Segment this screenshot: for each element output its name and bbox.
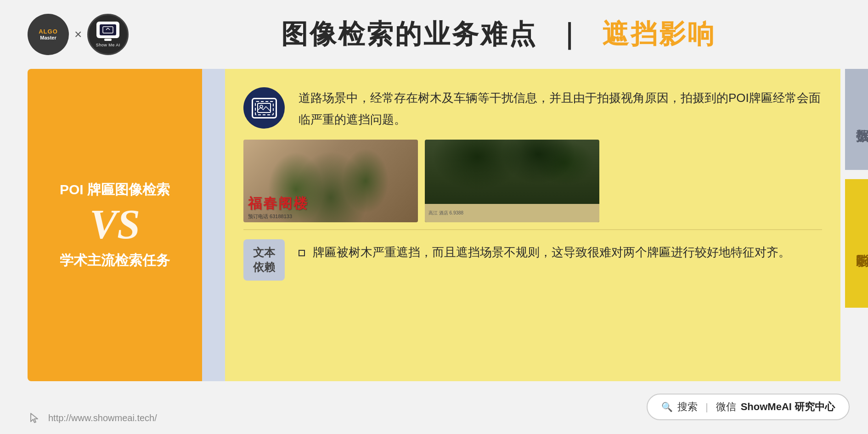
center-divider [202,69,225,381]
poi-image-2: 高江 酒店 6.9388 [425,140,599,222]
header: ALGO Master × Show Me AI [28,14,840,55]
right-panel: 道路场景中，经常存在树木及车辆等干扰信息，并且由于拍摄视角原因，拍摄到的POI牌… [225,69,840,381]
image-search-icon [252,98,277,118]
section-divider [243,229,822,230]
showme-ai-logo: Show Me AI [87,14,129,55]
search-prefix: 搜索 [677,400,698,414]
search-label: 微信 [716,400,736,414]
bottom-description: 牌匾被树木严重遮挡，而且遮挡场景不规则，这导致很难对两个牌匾进行较好地特征对齐。 [299,239,822,263]
title-highlight: 遮挡影响 [602,19,716,49]
icon-container [243,87,285,129]
footer: http://www.showmeai.tech/ [28,411,157,425]
page-container: ALGO Master × Show Me AI [0,0,868,434]
bullet-icon [299,250,305,256]
logos: ALGO Master × Show Me AI [28,14,129,55]
bottom-text-content: 牌匾被树木严重遮挡，而且遮挡场景不规则，这导致很难对两个牌匾进行较好地特征对齐。 [313,245,790,259]
monitor-icon [102,26,113,34]
showme-monitor [96,22,119,38]
bottom-section: 文本依赖 牌匾被树木严重遮挡，而且遮挡场景不规则，这导致很难对两个牌匾进行较好地… [225,232,840,294]
poi-image-1: 福春阁楼 预订电话 63188133 [243,140,418,222]
svg-rect-0 [103,27,113,33]
footer-url: http://www.showmeai.tech/ [48,413,157,423]
title-prefix: 图像检索的业务难点 [281,19,537,49]
main-content: POI 牌匾图像检索 VS 学术主流检索任务 [28,69,840,381]
image-icon-svg [257,103,271,113]
search-bar[interactable]: 🔍 搜索 ｜ 微信 ShowMeAI 研究中心 [647,394,850,420]
search-separator: ｜ [702,401,711,413]
right-sidebar: 异质数据 遮挡影响 [845,69,868,308]
algo-text: ALGO [39,28,58,35]
algo-master-logo: ALGO Master [28,14,69,55]
x-separator: × [74,27,82,42]
img1-subtext: 预订电话 63188133 [248,213,292,220]
showme-monitor-inner [100,24,116,35]
header-title: 图像检索的业务难点 ｜ 遮挡影响 [156,17,840,52]
left-panel-content: POI 牌匾图像检索 VS 学术主流检索任务 [60,180,170,271]
title-separator: ｜ [556,19,593,49]
vs-text: VS [60,204,170,245]
badge-text: 文本依赖 [253,245,275,274]
search-brand: ShowMeAI 研究中心 [741,400,835,414]
sidebar-tab-occlusion: 遮挡影响 [845,179,868,308]
top-section: 道路场景中，经常存在树木及车辆等干扰信息，并且由于拍摄视角原因，拍摄到的POI牌… [225,69,840,140]
img2-bottom: 高江 酒店 6.9388 [425,204,599,222]
page-title: 图像检索的业务难点 ｜ 遮挡影响 [156,17,840,52]
text-rely-badge: 文本依赖 [243,239,285,281]
svg-line-1 [106,28,108,30]
svg-point-4 [260,105,263,108]
img1-text: 福春阁楼 [248,194,309,213]
academic-text: 学术主流检索任务 [60,250,170,271]
top-description: 道路场景中，经常存在树木及车辆等干扰信息，并且由于拍摄视角原因，拍摄到的POI牌… [299,87,822,130]
cursor-icon [28,411,41,425]
cursor-svg [28,411,41,424]
left-panel: POI 牌匾图像检索 VS 学术主流检索任务 [28,69,202,381]
svg-rect-3 [258,103,271,113]
search-bar-container: 🔍 搜索 ｜ 微信 ShowMeAI 研究中心 [647,394,850,420]
sidebar-tab-heterogeneous: 异质数据 [845,69,868,170]
showme-ai-text: Show Me AI [96,43,120,47]
master-text: Master [40,35,56,41]
images-section: 福春阁楼 预订电话 63188133 高江 酒店 6.9388 [225,140,840,222]
svg-line-2 [108,28,110,30]
search-icon: 🔍 [661,401,673,412]
poi-title: POI 牌匾图像检索 [60,180,170,199]
